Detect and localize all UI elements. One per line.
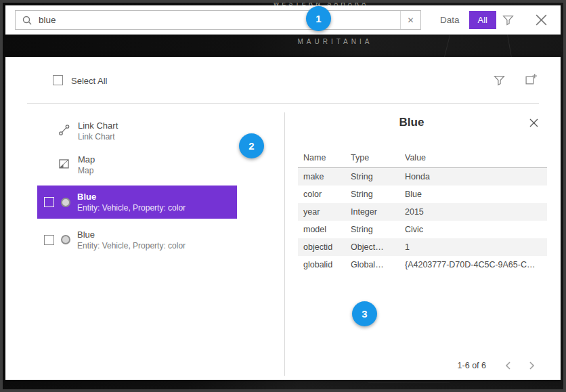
- search-toolbar: ✕ Data All: [5, 5, 561, 35]
- cell-value: 1: [405, 242, 547, 252]
- cell-name: model: [298, 225, 351, 234]
- table-row: year Integer 2015: [298, 203, 547, 221]
- entity-property-icon: [61, 198, 70, 207]
- list-item-link-chart[interactable]: Link Chart Link Chart: [58, 121, 118, 141]
- search-icon: [16, 15, 37, 26]
- panel-split-divider: [284, 112, 285, 376]
- search-input[interactable]: [37, 11, 400, 29]
- table-row: model String Civic: [298, 221, 547, 238]
- annotation-badge-1: 1: [306, 6, 331, 31]
- cell-type: Integer: [351, 207, 405, 217]
- map-boundary-line: [507, 35, 512, 58]
- table-row: globalid Global… {A4203777-D70D-4C5C-9A6…: [298, 256, 547, 274]
- cell-type: String: [351, 190, 405, 199]
- list-item-blue[interactable]: Blue Entity: Vehicle, Property: color: [37, 225, 237, 255]
- cell-value: {A4203777-D70D-4C5C-9A65-C…: [405, 260, 547, 269]
- map-country-label: MAURITANIA: [251, 38, 420, 45]
- list-item-subtitle: Map: [78, 166, 95, 175]
- table-row: objectid Object… 1: [298, 238, 547, 256]
- table-header-row: Name Type Value: [298, 148, 547, 168]
- map-icon: [58, 158, 70, 173]
- cell-name: globalid: [298, 260, 351, 269]
- list-item-subtitle: Entity: Vehicle, Property: color: [77, 241, 186, 251]
- entity-property-icon: [61, 235, 70, 244]
- cell-name: year: [298, 207, 351, 217]
- cell-type: String: [351, 225, 405, 234]
- cell-name: objectid: [298, 242, 351, 252]
- cell-value: Civic: [405, 225, 547, 234]
- pagination-label: 1-6 of 6: [458, 361, 486, 370]
- cell-type: Global…: [351, 260, 405, 269]
- properties-table: Name Type Value make String Honda color …: [298, 148, 547, 274]
- list-item-subtitle: Link Chart: [78, 132, 118, 141]
- search-results-panel: Select All Link Chart Link Chart: [5, 57, 561, 380]
- select-all-label: Select All: [71, 76, 107, 86]
- link-chart-icon: [58, 124, 70, 139]
- annotation-badge-3: 3: [352, 301, 377, 326]
- close-search-overlay-icon[interactable]: [531, 10, 551, 30]
- list-item-title: Blue: [77, 230, 186, 240]
- column-header-value: Value: [405, 153, 547, 162]
- cell-value: Honda: [405, 172, 547, 181]
- search-box[interactable]: ✕: [15, 10, 421, 30]
- table-row: make String Honda: [298, 168, 547, 186]
- cell-value: 2015: [405, 207, 547, 217]
- list-item-title: Link Chart: [78, 121, 118, 131]
- column-header-type: Type: [351, 153, 405, 162]
- item-checkbox[interactable]: [44, 235, 54, 245]
- cell-name: color: [298, 190, 351, 199]
- add-results-icon[interactable]: [525, 73, 538, 86]
- list-item-blue-selected[interactable]: Blue Entity: Vehicle, Property: color: [37, 186, 237, 219]
- map-boundary-line: [444, 35, 450, 57]
- app-frame: WESTERN SAHARA MAURITANIA ✕ Data All: [0, 0, 566, 392]
- cell-name: make: [298, 172, 351, 181]
- cell-type: String: [351, 172, 405, 181]
- table-row: color String Blue: [298, 186, 547, 203]
- header-divider: [27, 103, 539, 104]
- column-header-name: Name: [298, 153, 351, 162]
- item-checkbox[interactable]: [44, 197, 54, 207]
- detail-close-icon[interactable]: [527, 116, 540, 129]
- cell-type: Object…: [351, 242, 405, 252]
- pagination: 1-6 of 6: [458, 360, 538, 372]
- select-all-checkbox[interactable]: [53, 75, 63, 85]
- search-clear-button[interactable]: ✕: [400, 11, 420, 29]
- list-item-map[interactable]: Map Map: [58, 154, 95, 175]
- scope-all-button[interactable]: All: [469, 11, 496, 29]
- map-boundary-line: [368, 382, 450, 383]
- cell-value: Blue: [405, 190, 547, 199]
- prev-page-icon[interactable]: [502, 360, 515, 372]
- detail-title: Blue: [284, 116, 539, 129]
- annotation-badge-2: 2: [239, 133, 264, 158]
- search-filter-icon[interactable]: [500, 12, 517, 28]
- next-page-icon[interactable]: [525, 360, 538, 372]
- list-item-title: Map: [78, 154, 95, 165]
- list-item-title: Blue: [77, 192, 186, 202]
- scope-data-button[interactable]: Data: [440, 15, 460, 25]
- list-item-subtitle: Entity: Vehicle, Property: color: [77, 203, 186, 213]
- filter-results-icon[interactable]: [494, 74, 505, 86]
- map-background: WESTERN SAHARA MAURITANIA ✕ Data All: [3, 3, 563, 389]
